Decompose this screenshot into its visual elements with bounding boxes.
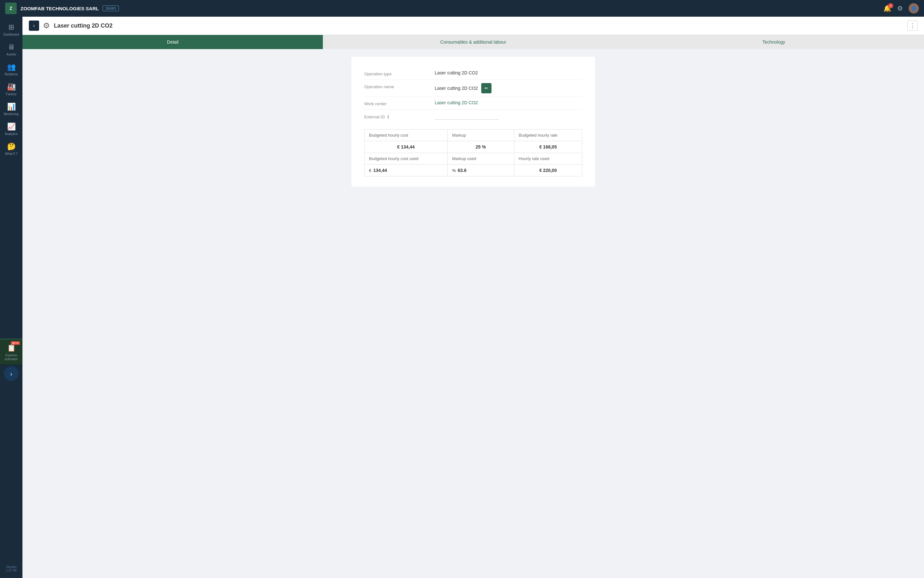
budgeted-cost-prefix: € (369, 168, 371, 173)
sidebar-item-label: Monitoring (4, 112, 19, 116)
col-header-budgeted-cost-used: Budgeted hourly cost used (365, 153, 447, 164)
col-header-budgeted-rate: Budgeted hourly rate (514, 130, 582, 141)
sidebar-item-assets[interactable]: 🖥 Assets (0, 40, 23, 60)
cost-table-header-row: Budgeted hourly cost Markup Budgeted hou… (365, 130, 582, 141)
notification-count: 0 (888, 3, 893, 8)
work-center-link[interactable]: Laser cutting 2D CO2 (435, 100, 478, 105)
cost-table-row-2-headers: Budgeted hourly cost used Markup used Ho… (365, 153, 582, 164)
tab-consumables[interactable]: Consumables & additional labour (323, 35, 623, 49)
form-area: Operation type Laser cutting 2D CO2 Oper… (23, 49, 924, 578)
express-label: Express estimator (1, 354, 21, 361)
express-estimator-wrapper: BETA 📋 Express estimator (0, 339, 23, 364)
budgeted-cost-used-input[interactable] (373, 168, 405, 173)
sidebar-item-label: What if ? (5, 152, 17, 156)
more-options-button[interactable]: ⋮ (907, 21, 918, 31)
sidebar-item-monitoring[interactable]: 📊 Monitoring (0, 99, 23, 119)
tab-technology[interactable]: Technology (624, 35, 924, 49)
col-header-markup: Markup (447, 130, 514, 141)
cost-table-row-1: € 134,44 25 % € 168,05 (365, 141, 582, 153)
hourly-rate-used-val: € 220,00 (514, 164, 582, 176)
markup-used-input[interactable] (458, 168, 490, 173)
sidebar-item-relations[interactable]: 👥 Relations (0, 60, 23, 80)
work-center-row: Work center Laser cutting 2D CO2 (364, 97, 582, 110)
markup-val: 25 % (447, 141, 514, 153)
budgeted-hourly-cost-val: € 134,44 (365, 141, 447, 153)
analytics-icon: 📈 (7, 123, 16, 131)
main-layout: ⊞ Dashboard 🖥 Assets 👥 Relations 🏭 Facto… (0, 17, 924, 578)
budgeted-cost-used-input-cell: € (369, 168, 443, 173)
operation-name-row: Operation name Laser cutting 2D CO2 ✏ (364, 80, 582, 97)
relations-icon: 👥 (7, 63, 16, 71)
cost-table-row-2-values: € % € 220,00 (365, 164, 582, 176)
topbar-right: 🔔 0 ⚙ 👤 (883, 3, 919, 13)
markup-used-input-cell: % (452, 168, 509, 173)
operation-name-text: Laser cutting 2D CO2 (435, 86, 478, 91)
assets-icon: 🖥 (8, 43, 15, 51)
demo-badge: DEMO (102, 5, 119, 11)
col-header-hourly-rate-used: Hourly rate used (514, 153, 582, 164)
form-card: Operation type Laser cutting 2D CO2 Oper… (352, 57, 595, 187)
sidebar-item-express[interactable]: BETA 📋 Express estimator (0, 339, 23, 364)
content-area: ‹ ⚙ Laser cutting 2D CO2 ⋮ Detail Consum… (23, 17, 924, 578)
beta-badge: BETA (11, 341, 20, 345)
tab-detail[interactable]: Detail (23, 35, 323, 49)
back-button[interactable]: ‹ (29, 21, 39, 31)
operation-name-value: Laser cutting 2D CO2 ✏ (435, 83, 582, 93)
whatif-icon: 🤔 (7, 143, 16, 151)
company-name: ZOOMFAB TECHNOLOGIES SARL (21, 6, 99, 11)
sidebar-item-dashboard[interactable]: ⊞ Dashboard (0, 20, 23, 40)
tabs-bar: Detail Consumables & additional labour T… (23, 35, 924, 49)
operation-type-value: Laser cutting 2D CO2 (435, 70, 582, 75)
markup-prefix: % (452, 168, 456, 173)
sidebar-item-label: Assets (6, 53, 16, 57)
sidebar-item-label: Factory (6, 93, 16, 96)
work-center-label: Work center (364, 100, 428, 106)
budgeted-hourly-cost-used-cell: € (365, 164, 447, 176)
operation-name-label: Operation name (364, 83, 428, 89)
operation-icon: ⚙ (43, 21, 50, 30)
app-logo: Z (5, 3, 17, 14)
page-title: Laser cutting 2D CO2 (54, 23, 112, 29)
monitoring-icon: 📊 (7, 103, 16, 111)
page-header-left: ‹ ⚙ Laser cutting 2D CO2 (29, 21, 112, 31)
sidebar-item-label: Relations (5, 73, 18, 76)
express-icon: 📋 (7, 344, 16, 352)
info-icon: ℹ (387, 114, 389, 119)
work-center-value: Laser cutting 2D CO2 (435, 100, 582, 105)
sidebar-item-analytics[interactable]: 📈 Analytics (0, 119, 23, 139)
nav-arrow-button[interactable]: › (4, 366, 19, 381)
markup-used-cell: % (447, 164, 514, 176)
sidebar-item-label: Analytics (5, 132, 18, 136)
external-id-row: External ID ℹ (364, 110, 582, 123)
user-avatar[interactable]: 👤 (909, 3, 919, 13)
sidebar-item-whatif[interactable]: 🤔 What if ? (0, 139, 23, 159)
operation-type-row: Operation type Laser cutting 2D CO2 (364, 67, 582, 80)
edit-operation-name-button[interactable]: ✏ (481, 83, 491, 93)
settings-button[interactable]: ⚙ (897, 5, 903, 12)
external-id-label: External ID ℹ (364, 113, 428, 119)
topbar-left: Z ZOOMFAB TECHNOLOGIES SARL DEMO (5, 3, 119, 14)
notifications-button[interactable]: 🔔 0 (883, 5, 891, 12)
sidebar-item-factory[interactable]: 🏭 Factory (0, 80, 23, 99)
topbar: Z ZOOMFAB TECHNOLOGIES SARL DEMO 🔔 0 ⚙ 👤 (0, 0, 924, 17)
col-header-budgeted-cost: Budgeted hourly cost (365, 130, 447, 141)
budgeted-hourly-rate-val: € 168,05 (514, 141, 582, 153)
version-text: Version 1.27.40 (6, 563, 16, 575)
page-header: ‹ ⚙ Laser cutting 2D CO2 ⋮ (23, 17, 924, 35)
external-id-input[interactable] (435, 113, 499, 120)
col-header-markup-used: Markup used (447, 153, 514, 164)
cost-table: Budgeted hourly cost Markup Budgeted hou… (364, 129, 582, 176)
dashboard-icon: ⊞ (8, 23, 14, 31)
external-id-value (435, 113, 582, 120)
factory-icon: 🏭 (7, 83, 16, 91)
sidebar-item-label: Dashboard (3, 33, 19, 37)
operation-type-label: Operation type (364, 70, 428, 76)
sidebar: ⊞ Dashboard 🖥 Assets 👥 Relations 🏭 Facto… (0, 17, 23, 578)
